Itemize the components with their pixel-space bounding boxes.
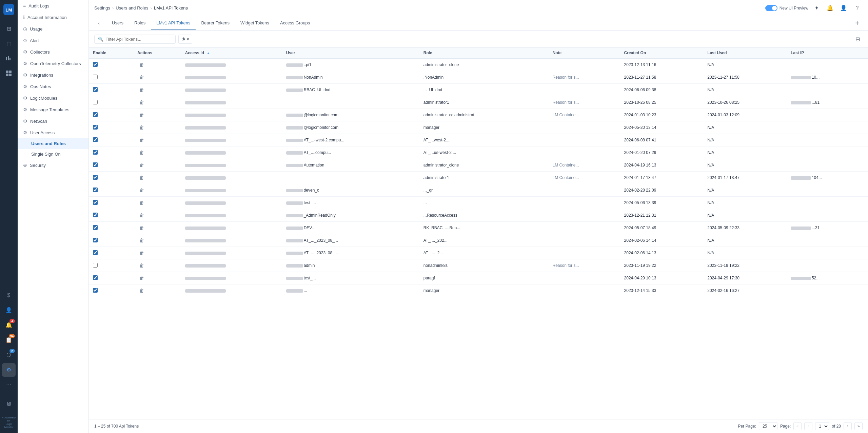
filter-button[interactable]: ⚗ ▾ (178, 35, 192, 44)
delete-button[interactable]: 🗑 (137, 237, 146, 244)
first-page-button[interactable]: « (793, 422, 802, 430)
enable-checkbox[interactable] (93, 225, 98, 230)
col-last-used[interactable]: Last Used (703, 48, 787, 58)
sidebar-item-user-access[interactable]: ⚙ User Access (18, 127, 88, 138)
col-role[interactable]: Role (419, 48, 549, 58)
enable-checkbox[interactable] (93, 150, 98, 155)
tab-access-groups[interactable]: Access Groups (275, 16, 315, 30)
col-created-on[interactable]: Created On (620, 48, 704, 58)
next-page-button[interactable]: › (844, 422, 852, 430)
delete-button[interactable]: 🗑 (137, 262, 146, 269)
delete-button[interactable]: 🗑 (137, 250, 146, 256)
add-token-button[interactable]: + (852, 18, 863, 29)
col-last-ip[interactable]: Last IP (787, 48, 868, 58)
enable-checkbox[interactable] (93, 250, 98, 255)
rail-user-icon[interactable]: 👤 (2, 303, 16, 317)
delete-button[interactable]: 🗑 (137, 112, 146, 118)
enable-checkbox[interactable] (93, 175, 98, 180)
enable-checkbox[interactable] (93, 213, 98, 217)
prev-page-button[interactable]: ‹ (804, 422, 812, 430)
delete-button[interactable]: 🗑 (137, 124, 146, 131)
col-access-id[interactable]: Access Id ▲ (181, 48, 282, 58)
enable-checkbox[interactable] (93, 200, 98, 205)
notifications-icon-btn[interactable]: 🔔 (825, 3, 835, 14)
rail-modules-icon[interactable] (2, 66, 16, 80)
breadcrumb-users-roles[interactable]: Users and Roles (116, 5, 148, 11)
enable-checkbox[interactable] (93, 137, 98, 142)
rail-logs-icon[interactable]: 📋 94 (2, 333, 16, 347)
enable-checkbox[interactable] (93, 87, 98, 92)
sidebar-subitem-single-sign-on[interactable]: Single Sign On (18, 149, 88, 159)
enable-checkbox[interactable] (93, 125, 98, 130)
rail-dashboard-icon[interactable]: ⊞ (2, 22, 16, 35)
rail-display-icon[interactable]: 🖥 (2, 397, 16, 411)
sidebar-item-audit-logs[interactable]: ≡ Audit Logs (18, 0, 88, 12)
enable-checkbox[interactable] (93, 75, 98, 79)
sidebar-subitem-users-and-roles[interactable]: Users and Roles (18, 138, 88, 149)
enable-checkbox[interactable] (93, 188, 98, 192)
sidebar-item-security[interactable]: ⊕ Security (18, 159, 88, 171)
sidebar-item-alert[interactable]: ⊙ Alert (18, 35, 88, 46)
sparkle-icon-btn[interactable]: ✦ (811, 3, 822, 14)
enable-checkbox[interactable] (93, 112, 98, 117)
new-ui-preview-toggle[interactable]: New UI Preview (765, 5, 808, 11)
page-select[interactable]: 1 2 3 (815, 422, 829, 430)
delete-button[interactable]: 🗑 (137, 149, 146, 156)
sidebar-item-collectors[interactable]: ⚙ Collectors (18, 46, 88, 58)
rail-resources-icon[interactable]: ◫ (2, 37, 16, 50)
delete-button[interactable]: 🗑 (137, 287, 146, 294)
col-note[interactable]: Note (549, 48, 620, 58)
sidebar-item-integrations[interactable]: ⚙ Integrations (18, 69, 88, 81)
search-input[interactable] (105, 37, 172, 42)
tab-lmv1-api-tokens[interactable]: LMv1 API Tokens (151, 16, 196, 30)
search-input-wrap[interactable]: 🔍 (94, 35, 176, 44)
delete-button[interactable]: 🗑 (137, 86, 146, 93)
rail-graphs-icon[interactable] (2, 52, 16, 65)
delete-button[interactable]: 🗑 (137, 61, 146, 68)
sidebar-item-logic-modules[interactable]: ⚙ LogicModules (18, 92, 88, 104)
enable-checkbox[interactable] (93, 288, 98, 293)
delete-button[interactable]: 🗑 (137, 174, 146, 181)
toggle-track[interactable] (765, 5, 777, 11)
tab-bearer-tokens[interactable]: Bearer Tokens (196, 16, 235, 30)
view-toggle-button[interactable]: ⊟ (852, 34, 863, 44)
rail-alerts-icon[interactable]: 🔔 4 (2, 318, 16, 332)
cell-user: test_... (282, 197, 419, 209)
rail-trace-icon[interactable]: ⬡ 2 (2, 348, 16, 362)
sidebar-item-ops-notes[interactable]: ⚙ Ops Notes (18, 81, 88, 92)
sidebar-item-usage[interactable]: ◷ Usage (18, 23, 88, 35)
sidebar-item-message-templates[interactable]: ⚙ Message Templates (18, 104, 88, 115)
enable-checkbox[interactable] (93, 62, 98, 67)
delete-button[interactable]: 🗑 (137, 99, 146, 106)
enable-checkbox[interactable] (93, 162, 98, 167)
delete-button[interactable]: 🗑 (137, 212, 146, 219)
filter-chevron-icon: ▾ (187, 37, 189, 42)
delete-button[interactable]: 🗑 (137, 224, 146, 231)
delete-button[interactable]: 🗑 (137, 199, 146, 206)
delete-button[interactable]: 🗑 (137, 162, 146, 169)
delete-button[interactable]: 🗑 (137, 74, 146, 81)
rail-settings-icon[interactable]: ⚙ (2, 363, 16, 377)
enable-checkbox[interactable] (93, 275, 98, 280)
enable-checkbox[interactable] (93, 263, 98, 268)
rail-more-icon[interactable]: ⋯ (2, 378, 16, 392)
sidebar-item-netscan[interactable]: ⚙ NetScan (18, 115, 88, 127)
help-icon-btn[interactable]: ? (852, 3, 863, 14)
tab-back-button[interactable]: ‹ (94, 19, 104, 28)
breadcrumb-settings[interactable]: Settings (94, 5, 110, 11)
sidebar-item-opentelemetry[interactable]: ⚙ OpenTelemetry Collectors (18, 58, 88, 69)
tab-widget-tokens[interactable]: Widget Tokens (235, 16, 275, 30)
rail-dollar-icon[interactable]: $ (2, 289, 16, 302)
enable-checkbox[interactable] (93, 100, 98, 104)
tab-roles[interactable]: Roles (129, 16, 151, 30)
delete-button[interactable]: 🗑 (137, 137, 146, 143)
delete-button[interactable]: 🗑 (137, 275, 146, 281)
user-avatar-btn[interactable]: 👤 (838, 3, 849, 14)
sidebar-item-account-information[interactable]: ℹ Account Information (18, 12, 88, 23)
tab-users[interactable]: Users (106, 16, 129, 30)
enable-checkbox[interactable] (93, 238, 98, 242)
col-user[interactable]: User (282, 48, 419, 58)
per-page-select[interactable]: 25 50 100 (759, 422, 777, 430)
delete-button[interactable]: 🗑 (137, 187, 146, 194)
last-page-button[interactable]: » (854, 422, 863, 430)
